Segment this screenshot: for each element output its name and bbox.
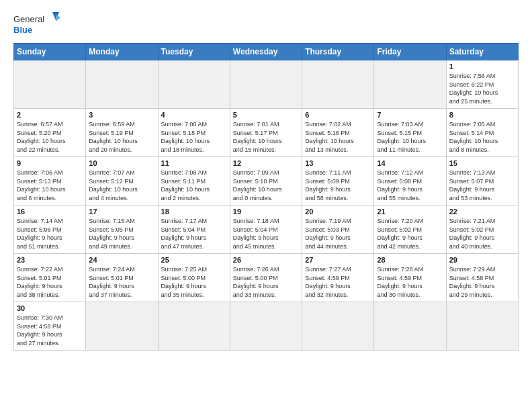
day-number: 11 (161, 159, 227, 167)
calendar-day-cell: 4Sunrise: 7:00 AM Sunset: 5:18 PM Daylig… (158, 109, 230, 157)
calendar-week-row: 9Sunrise: 7:06 AM Sunset: 5:13 PM Daylig… (14, 157, 519, 205)
day-number: 30 (17, 304, 83, 312)
calendar-header-row: SundayMondayTuesdayWednesdayThursdayFrid… (14, 44, 519, 60)
calendar-day-cell: 10Sunrise: 7:07 AM Sunset: 5:12 PM Dayli… (86, 157, 158, 205)
day-info: Sunrise: 7:28 AM Sunset: 4:59 PM Dayligh… (377, 265, 443, 299)
calendar-day-cell: 18Sunrise: 7:17 AM Sunset: 5:04 PM Dayli… (158, 205, 230, 254)
calendar-day-cell: 19Sunrise: 7:18 AM Sunset: 5:04 PM Dayli… (230, 205, 302, 254)
day-number: 12 (233, 159, 299, 167)
calendar-day-cell: 20Sunrise: 7:19 AM Sunset: 5:03 PM Dayli… (302, 205, 374, 254)
calendar-day-cell: 15Sunrise: 7:13 AM Sunset: 5:07 PM Dayli… (446, 157, 518, 205)
day-info: Sunrise: 7:26 AM Sunset: 5:00 PM Dayligh… (233, 265, 299, 299)
day-info: Sunrise: 7:09 AM Sunset: 5:10 PM Dayligh… (233, 169, 299, 202)
calendar-day-cell: 2Sunrise: 6:57 AM Sunset: 5:20 PM Daylig… (14, 109, 86, 157)
generalblue-logo-icon: General Blue (13, 11, 60, 38)
day-number: 26 (233, 256, 299, 264)
calendar-day-cell: 5Sunrise: 7:01 AM Sunset: 5:17 PM Daylig… (230, 109, 302, 157)
day-number: 29 (449, 256, 515, 264)
day-of-week-header: Friday (374, 44, 446, 60)
calendar-day-cell: 11Sunrise: 7:08 AM Sunset: 5:11 PM Dayli… (158, 157, 230, 205)
day-number: 4 (161, 111, 227, 119)
day-info: Sunrise: 7:11 AM Sunset: 5:09 PM Dayligh… (305, 169, 371, 202)
day-number: 15 (449, 159, 515, 167)
day-info: Sunrise: 7:07 AM Sunset: 5:12 PM Dayligh… (89, 169, 154, 202)
day-info: Sunrise: 7:22 AM Sunset: 5:01 PM Dayligh… (17, 265, 83, 299)
calendar-day-cell: 30Sunrise: 7:30 AM Sunset: 4:58 PM Dayli… (14, 302, 86, 351)
day-number: 13 (305, 159, 371, 167)
day-number: 10 (89, 159, 154, 167)
calendar-day-cell (230, 60, 302, 109)
svg-text:Blue: Blue (13, 25, 32, 35)
calendar-day-cell (86, 60, 158, 109)
calendar-day-cell: 7Sunrise: 7:03 AM Sunset: 5:15 PM Daylig… (374, 109, 446, 157)
calendar-week-row: 23Sunrise: 7:22 AM Sunset: 5:01 PM Dayli… (14, 254, 519, 302)
calendar-day-cell: 14Sunrise: 7:12 AM Sunset: 5:08 PM Dayli… (374, 157, 446, 205)
day-number: 5 (233, 111, 299, 119)
calendar-day-cell (14, 60, 86, 109)
calendar-day-cell (446, 302, 518, 351)
calendar-week-row: 16Sunrise: 7:14 AM Sunset: 5:06 PM Dayli… (14, 205, 519, 254)
day-number: 3 (89, 111, 154, 119)
calendar-day-cell: 21Sunrise: 7:20 AM Sunset: 5:02 PM Dayli… (374, 205, 446, 254)
calendar-day-cell: 28Sunrise: 7:28 AM Sunset: 4:59 PM Dayli… (374, 254, 446, 302)
calendar-day-cell: 23Sunrise: 7:22 AM Sunset: 5:01 PM Dayli… (14, 254, 86, 302)
day-number: 2 (17, 111, 83, 119)
calendar-day-cell (302, 60, 374, 109)
day-info: Sunrise: 7:00 AM Sunset: 5:18 PM Dayligh… (161, 120, 227, 154)
day-of-week-header: Tuesday (158, 44, 230, 60)
day-info: Sunrise: 7:13 AM Sunset: 5:07 PM Dayligh… (449, 169, 515, 202)
calendar-day-cell: 27Sunrise: 7:27 AM Sunset: 4:59 PM Dayli… (302, 254, 374, 302)
day-info: Sunrise: 6:57 AM Sunset: 5:20 PM Dayligh… (17, 120, 83, 154)
day-number: 20 (305, 208, 371, 216)
day-info: Sunrise: 7:12 AM Sunset: 5:08 PM Dayligh… (377, 169, 443, 202)
day-info: Sunrise: 7:20 AM Sunset: 5:02 PM Dayligh… (377, 217, 443, 250)
svg-marker-3 (56, 15, 60, 21)
calendar-day-cell (158, 302, 230, 351)
day-info: Sunrise: 7:25 AM Sunset: 5:00 PM Dayligh… (161, 265, 227, 299)
day-number: 9 (17, 159, 83, 167)
calendar-day-cell: 13Sunrise: 7:11 AM Sunset: 5:09 PM Dayli… (302, 157, 374, 205)
day-number: 1 (449, 62, 515, 71)
day-number: 8 (449, 111, 515, 119)
day-of-week-header: Sunday (14, 44, 86, 60)
calendar-day-cell (158, 60, 230, 109)
calendar-table: SundayMondayTuesdayWednesdayThursdayFrid… (13, 43, 519, 351)
calendar-day-cell: 12Sunrise: 7:09 AM Sunset: 5:10 PM Dayli… (230, 157, 302, 205)
calendar-day-cell: 22Sunrise: 7:21 AM Sunset: 5:02 PM Dayli… (446, 205, 518, 254)
day-number: 7 (377, 111, 443, 119)
day-info: Sunrise: 7:21 AM Sunset: 5:02 PM Dayligh… (449, 217, 515, 250)
day-info: Sunrise: 7:06 AM Sunset: 5:13 PM Dayligh… (17, 169, 83, 202)
day-number: 18 (161, 208, 227, 216)
calendar-week-row: 1Sunrise: 7:56 AM Sunset: 6:22 PM Daylig… (14, 60, 519, 109)
calendar-day-cell (374, 60, 446, 109)
day-info: Sunrise: 7:15 AM Sunset: 5:05 PM Dayligh… (89, 217, 154, 250)
day-of-week-header: Wednesday (230, 44, 302, 60)
calendar-week-row: 2Sunrise: 6:57 AM Sunset: 5:20 PM Daylig… (14, 109, 519, 157)
day-info: Sunrise: 6:59 AM Sunset: 5:19 PM Dayligh… (89, 120, 154, 154)
day-number: 16 (17, 208, 83, 216)
calendar-day-cell (374, 302, 446, 351)
day-info: Sunrise: 7:08 AM Sunset: 5:11 PM Dayligh… (161, 169, 227, 202)
day-number: 6 (305, 111, 371, 119)
calendar-day-cell: 1Sunrise: 7:56 AM Sunset: 6:22 PM Daylig… (446, 60, 518, 109)
day-info: Sunrise: 7:24 AM Sunset: 5:01 PM Dayligh… (89, 265, 154, 299)
day-number: 14 (377, 159, 443, 167)
day-info: Sunrise: 7:02 AM Sunset: 5:16 PM Dayligh… (305, 120, 371, 154)
calendar-day-cell (86, 302, 158, 351)
day-info: Sunrise: 7:27 AM Sunset: 4:59 PM Dayligh… (305, 265, 371, 299)
day-info: Sunrise: 7:18 AM Sunset: 5:04 PM Dayligh… (233, 217, 299, 250)
page: General Blue SundayMondayTuesdayWednesda… (0, 0, 532, 411)
calendar-day-cell: 17Sunrise: 7:15 AM Sunset: 5:05 PM Dayli… (86, 205, 158, 254)
calendar-day-cell: 25Sunrise: 7:25 AM Sunset: 5:00 PM Dayli… (158, 254, 230, 302)
day-number: 23 (17, 256, 83, 264)
calendar-day-cell: 9Sunrise: 7:06 AM Sunset: 5:13 PM Daylig… (14, 157, 86, 205)
calendar-day-cell: 29Sunrise: 7:29 AM Sunset: 4:58 PM Dayli… (446, 254, 518, 302)
day-number: 27 (305, 256, 371, 264)
day-of-week-header: Thursday (302, 44, 374, 60)
calendar-week-row: 30Sunrise: 7:30 AM Sunset: 4:58 PM Dayli… (14, 302, 519, 351)
logo: General Blue (13, 11, 60, 38)
day-info: Sunrise: 7:05 AM Sunset: 5:14 PM Dayligh… (449, 120, 515, 154)
day-info: Sunrise: 7:56 AM Sunset: 6:22 PM Dayligh… (449, 72, 515, 105)
calendar-day-cell: 3Sunrise: 6:59 AM Sunset: 5:19 PM Daylig… (86, 109, 158, 157)
calendar-day-cell (302, 302, 374, 351)
